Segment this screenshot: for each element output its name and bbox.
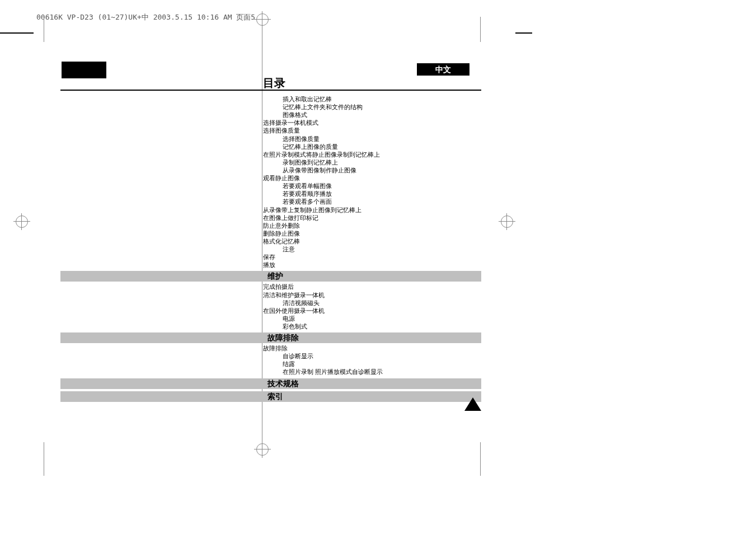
section-heading-bar: 故障排除 [60,332,481,343]
language-label: 中文 [417,63,469,76]
toc-entry: 从录像带上复制静止图像到记忆棒上 [263,206,481,214]
section-heading-label: 故障排除 [267,333,299,343]
title-underline [60,90,481,91]
toc-entry: 在照片录制 照片播放模式自诊断显示 [263,368,481,376]
toc-entry: 防止意外删除 [263,222,481,229]
toc-entry: 完成拍摄后 [263,283,481,291]
toc-entry: 从录像带图像制作静止图像 [263,166,481,174]
toc-entry: 在照片录制模式将静止图像录制到记忆棒上 [263,151,481,158]
toc-entry: 在图像上做打印标记 [263,214,481,222]
toc-entry: 清洁视频磁头 [263,299,481,307]
toc-entry: 删除静止图像 [263,229,481,237]
toc-entry: 播放 [263,261,481,269]
section-heading-label: 索引 [267,392,283,402]
registration-mark [16,216,28,228]
toc-entry: 图像格式 [263,111,481,119]
toc-entry: 观看静止图像 [263,174,481,182]
toc-entry: 若要观看多个画面 [263,198,481,205]
toc-entry: 清洁和维护摄录一体机 [263,291,481,299]
toc-entry: 录制图像到记忆棒上 [263,158,481,166]
registration-mark [501,216,513,228]
page-edge [44,442,44,476]
toc-entry: 注意 [263,245,481,253]
toc-entry: 自诊断显示 [263,352,481,360]
page-title: 目录 [263,76,285,91]
toc-entry: 故障排除 [263,344,481,352]
toc-entry: 若要观看单幅图像 [263,182,481,190]
left-page-redacted-block [62,62,106,78]
section-heading-label: 技术规格 [267,379,299,389]
section-heading-bar: 索引 [60,391,481,402]
toc-entry: 结露 [263,360,481,368]
toc-entry: 选择摄录一体机模式 [263,119,481,127]
toc-right-column: 插入和取出记忆棒记忆棒上文件夹和文件的结构图像格式选择摄录一体机模式选择图像质量… [263,95,481,402]
toc-entry: 若要观看顺序播放 [263,190,481,198]
toc-entry: 格式化记忆棒 [263,237,481,245]
toc-entry: 在国外使用摄录一体机 [263,307,481,315]
page-edge [44,17,44,42]
toc-entry: 记忆棒上文件夹和文件的结构 [263,103,481,111]
file-header: 00616K VP-D23 (01~27)UK+中 2003.5.15 10:1… [36,12,255,22]
crop-mark [515,32,532,34]
toc-entry: 记忆棒上图像的质量 [263,143,481,151]
section-heading-bar: 技术规格 [60,378,481,389]
page-edge [480,442,481,476]
section-heading-label: 维护 [267,271,283,282]
section-heading-bar: 维护 [60,271,481,282]
toc-entry: 插入和取出记忆棒 [263,95,481,103]
registration-mark [256,443,269,456]
toc-entry: 彩色制式 [263,322,481,330]
toc-container: 插入和取出记忆棒记忆棒上文件夹和文件的结构图像格式选择摄录一体机模式选择图像质量… [60,95,481,403]
crop-mark [0,32,34,34]
toc-entry: 选择图像质量 [263,135,481,143]
toc-entry: 选择图像质量 [263,127,481,134]
toc-entry: 保存 [263,253,481,261]
toc-entry: 电源 [263,315,481,322]
page-continuation-marker-icon [464,397,481,411]
registration-mark [256,13,269,26]
page-edge [480,17,481,42]
